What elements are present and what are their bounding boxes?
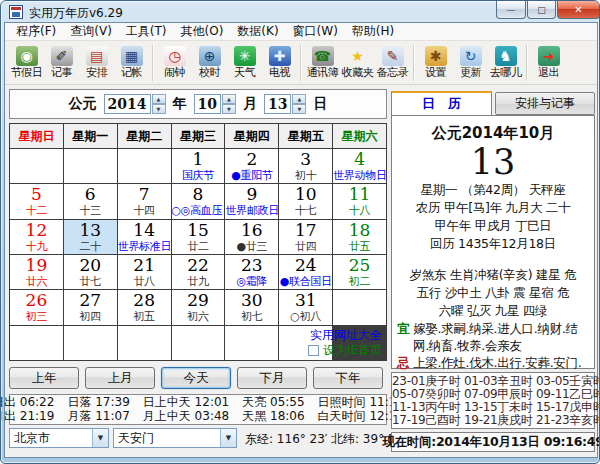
calendar-day-20[interactable]: 20廿七 [64,255,117,289]
calendar-day-19[interactable]: 19廿六 [10,255,63,289]
menu-item-help[interactable]: 帮助(H) [345,22,401,41]
calendar-day-16[interactable]: 16●廿三 [225,220,278,254]
weekday-header: 星期一 [64,124,117,148]
calendar-day-1[interactable]: 1国庆节 [172,149,225,183]
day-subtext: 初十 [279,169,332,182]
calendar-day-30[interactable]: 30初七 [225,290,278,324]
tv-button[interactable]: ✚电视 [262,43,297,83]
update-button[interactable]: ↻更新 [453,43,488,83]
calendar-day-22[interactable]: 22廿九 [172,255,225,289]
calendar-day-14[interactable]: 14世界标准日 [118,220,171,254]
day-number: 22 [172,256,225,275]
day-number: 11 [333,185,386,204]
year-up-icon[interactable]: ▲ [152,94,166,104]
calendar-day-26[interactable]: 26初三 [10,290,63,324]
memo-button[interactable]: ✎备忘录 [375,43,410,83]
accounting-button[interactable]: ▦记帐 [114,43,149,83]
tab-calendar[interactable]: 日 历 [391,91,492,115]
month-input[interactable]: 10 [194,94,221,114]
prev-year-button[interactable]: 上年 [9,367,79,389]
calendar-day-5[interactable]: 5十二 [10,184,63,218]
useful-sites-link[interactable]: 实用网址大全 [308,328,382,343]
day-input[interactable]: 13 [264,94,291,114]
avoid-label: 忌 [397,354,409,371]
menu-item-others[interactable]: 其他(O) [174,22,231,41]
favorites-button[interactable]: ★收藏夹 [340,43,375,83]
calendar-day-27[interactable]: 27初四 [64,290,117,324]
month-up-icon[interactable]: ▲ [222,94,236,104]
calendar-day-31[interactable]: 31○初八 [279,290,332,324]
place-dropdown-icon[interactable]: ▼ [220,429,236,447]
calendar-day-7[interactable]: 7十四 [118,184,171,218]
schedule-button[interactable]: ▤安排 [79,43,114,83]
calendar-day-13[interactable]: 13二十 [64,220,117,254]
time-sync-icon: ⊕ [199,46,221,66]
alarm-button[interactable]: ◷闹钟 [157,43,192,83]
settings-label: 设置 [425,67,446,79]
set-ie-home-label[interactable]: 设为IE首页 [323,343,382,358]
city-dropdown-icon[interactable]: ▼ [92,429,108,447]
day-subtext: 十二 [10,204,63,217]
calendar-day-15[interactable]: 15廿二 [172,220,225,254]
weather-button[interactable]: ✳天气 [227,43,262,83]
calendar-day-2[interactable]: 2●重阳节 [225,149,278,183]
day-subtext: 十八 [333,204,386,217]
maximize-button[interactable]: □ [527,1,556,19]
time-sync-button[interactable]: ⊕校时 [192,43,227,83]
holidays-label: 节假日 [11,67,43,79]
menu-item-tools[interactable]: 工具(T) [119,22,174,41]
close-button[interactable]: ✕ [557,1,600,19]
calendar-day-28[interactable]: 28初五 [118,290,171,324]
day-up-icon[interactable]: ▲ [292,94,306,104]
next-year-button[interactable]: 下年 [313,367,383,389]
menu-item-query[interactable]: 查询(V) [63,22,119,41]
menu-item-window[interactable]: 窗口(W) [286,22,345,41]
settings-button[interactable]: ✱设置 [418,43,453,83]
contacts-button[interactable]: ☎通讯簿 [305,43,340,83]
minimize-button[interactable]: — [496,1,526,19]
menu-item-program[interactable]: 程序(F) [9,22,63,41]
tab-schedule-notes[interactable]: 安排与记事 [495,92,595,115]
calendar-day-9[interactable]: 9世界邮政日 [225,184,278,218]
calendar-day-10[interactable]: 10十七 [279,184,332,218]
memo-label: 备忘录 [377,67,409,79]
update-label: 更新 [460,67,481,79]
calendar-day-8[interactable]: 8○◎高血压日 [172,184,225,218]
place-select[interactable]: 天安门 ▼ [113,428,237,448]
holidays-button[interactable]: ◉节假日 [9,43,44,83]
update-icon: ↻ [460,46,482,66]
city-select[interactable]: 北京市 ▼ [9,428,109,448]
day-subtext: 国庆节 [172,169,225,182]
calendar-day-17[interactable]: 17廿四 [279,220,332,254]
ie-home-checkbox[interactable] [308,345,319,356]
calendar-empty-cell [10,149,63,183]
day-down-icon[interactable]: ▼ [292,104,306,114]
day-number: 10 [279,185,332,204]
travel-button[interactable]: ♞去哪儿 [488,43,523,83]
year-down-icon[interactable]: ▼ [152,104,166,114]
notes-button[interactable]: ✐记事 [44,43,79,83]
calendar-day-29[interactable]: 29初六 [172,290,225,324]
menu-item-data[interactable]: 数据(K) [230,22,285,41]
calendar-day-12[interactable]: 12十九 [10,220,63,254]
calendar-day-11[interactable]: 11十八 [333,184,386,218]
prev-month-button[interactable]: 上月 [85,367,155,389]
exit-button[interactable]: ➜退出 [531,43,566,83]
calendar-empty-cell [64,149,117,183]
calendar-day-25[interactable]: 25初二 [333,255,386,289]
calendar-day-24[interactable]: 24●联合国日 [279,255,332,289]
contacts-label: 通讯簿 [307,67,339,79]
calendar-day-23[interactable]: 23◎霜降 [225,255,278,289]
next-month-button[interactable]: 下月 [237,367,307,389]
calendar-day-3[interactable]: 3初十 [279,149,332,183]
current-time-bar: 现在时间:2014年10月13日 09:16:49 [391,432,595,452]
calendar-day-4[interactable]: 4世界动物日 [333,149,386,183]
calendar-day-21[interactable]: 21廿八 [118,255,171,289]
calendar-day-18[interactable]: 18廿五 [333,220,386,254]
calendar-day-6[interactable]: 6十三 [64,184,117,218]
calendar-empty-cell [118,326,171,360]
today-button[interactable]: 今天 [161,367,231,389]
month-down-icon[interactable]: ▼ [222,104,236,114]
day-stepper: ▲ ▼ [292,94,306,114]
year-input[interactable]: 2014 [104,94,151,114]
